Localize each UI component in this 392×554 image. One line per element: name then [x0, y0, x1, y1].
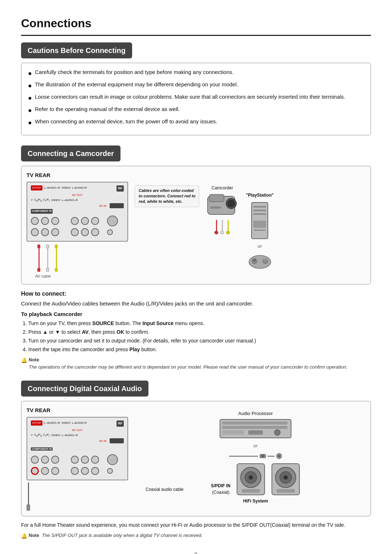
playback-steps-list: Turn on your TV, then press SOURCE butto… — [21, 320, 371, 353]
coaxial-body-text: For a full Home Theater sound experience… — [21, 521, 371, 529]
cable-annotation: Cables are often color-coded to connecto… — [135, 185, 199, 207]
tv-rear-label-camcorder: TV REAR — [26, 171, 366, 180]
audio-processor-label: Audio Processor — [238, 410, 273, 417]
svg-rect-26 — [248, 430, 263, 435]
cable-red — [37, 245, 40, 272]
svg-rect-9 — [253, 221, 266, 228]
c-port-10 — [71, 467, 79, 475]
av-cable-label: AV cable — [35, 273, 51, 279]
cautions-header: Cautions Before Connecting — [21, 42, 132, 58]
cam-cable-3 — [226, 220, 230, 234]
cam-cable-2 — [220, 220, 224, 234]
page-number: 9 — [21, 551, 371, 554]
port-circle-5 — [81, 217, 89, 225]
component-in-label-row-coaxial: COMPONENT IN — [31, 444, 124, 452]
spdif-label-coaxial: S/PDIF — [31, 420, 42, 426]
audio-lr-label: L–AUDIO–R — [44, 186, 60, 190]
bullet-icon: ● — [28, 93, 32, 103]
playstation-label: "PlayStation" — [246, 192, 274, 198]
svg-rect-1 — [209, 194, 224, 202]
camcorder-note-text: Note The operations of the camcorder may… — [29, 356, 347, 370]
port-circle-4 — [71, 217, 79, 225]
bullet-icon: ● — [28, 106, 32, 115]
svg-rect-25 — [222, 430, 244, 435]
rf-label: RF — [117, 185, 124, 192]
tv-rear-area: S/PDIF L–AUDIO–R VIDEO L-AUDIO-R RF AV O… — [26, 182, 128, 279]
spdif-label: S/PDIF — [31, 185, 42, 190]
gamepad-svg — [247, 252, 273, 270]
coaxial-panel-top-row: S/PDIF L–AUDIO–R VIDEO L-AUDIO-R RF — [31, 420, 124, 427]
caution-item-3: ● Loose connectors can result in image o… — [28, 93, 364, 103]
caution-item-4: ● Refer to the operating manual of the e… — [28, 105, 364, 115]
c-port-large — [107, 454, 118, 465]
audio-lr-label3: L–AUDIO–R — [62, 198, 78, 202]
coaxial-header: Connecting Digital Coaxial Audio — [21, 381, 148, 397]
spdif-vline — [28, 483, 29, 504]
port-circle-2 — [41, 217, 49, 225]
right-devices-area: Camcorder — [206, 182, 366, 270]
cb-pb-label: Cb/Pb — [34, 198, 42, 203]
bullet-icon: ● — [28, 81, 32, 91]
c-port-3 — [51, 456, 59, 464]
c-port-11 — [81, 467, 89, 475]
svg-point-19 — [266, 259, 267, 261]
coaxial-hline — [229, 456, 258, 457]
audio-lr-label2: L-AUDIO-R — [72, 186, 87, 190]
tv-rear-panel-camcorder: S/PDIF L–AUDIO–R VIDEO L-AUDIO-R RF AV O… — [26, 182, 128, 242]
camcorder-diagram-box: TV REAR S/PDIF L–AUDIO–R VIDEO L-AUDIO-R… — [21, 166, 371, 284]
svg-point-31 — [278, 455, 280, 457]
svg-rect-10 — [254, 230, 265, 231]
coaxial-right-area: Audio Processor or — [135, 406, 366, 493]
coaxial-ports-row-1 — [31, 454, 124, 465]
c-port-4 — [71, 456, 79, 464]
how-to-connect-text: Connect the Audio/Video cables between t… — [21, 300, 371, 308]
tv-rear-label-coaxial: TV REAR — [26, 406, 50, 415]
port-circle-12 — [91, 228, 99, 236]
cable-white — [46, 245, 49, 272]
component-in-label-row: COMPONENT IN — [31, 209, 124, 214]
port-circle-small — [107, 229, 113, 235]
coaxial-cable-label: Coaxial audio cable — [146, 486, 184, 493]
cam-cable-1 — [215, 220, 218, 234]
camcorder-label: Camcorder — [212, 185, 233, 191]
coaxial-note-icon: 🔔 — [21, 532, 27, 540]
ports-row-2 — [31, 228, 124, 236]
port-circle-1 — [31, 217, 39, 225]
cable-annotation-area: Cables are often color-coded to connecto… — [135, 182, 199, 207]
c-port-small — [107, 468, 113, 474]
playback-title: To playback Camcorder — [21, 310, 371, 319]
svg-point-14 — [253, 259, 254, 261]
playback-step-3: Turn on your camcorder and set it to out… — [28, 337, 371, 345]
coaxial-note-text: Note The S/PDIF OUT jack is available on… — [29, 532, 203, 539]
spdif-cable — [26, 483, 30, 511]
cautions-list: ● Carefully check the terminals for posi… — [28, 68, 364, 128]
bullet-icon: ● — [28, 69, 32, 78]
playstation-area: "PlayStation" or — [246, 185, 274, 270]
audio-lr-label-c2: L-AUDIO-R — [72, 421, 87, 425]
svg-point-3 — [228, 200, 234, 207]
spdif-port — [31, 467, 39, 475]
av-out-label: AV OUT — [31, 193, 124, 197]
audio-lr-label-c3: L–AUDIO–R — [62, 433, 78, 438]
coaxial-diagram-inner: TV REAR S/PDIF L–AUDIO–R VIDEO L-AUDIO-R… — [26, 406, 366, 511]
playstation-svg — [250, 201, 270, 241]
av-out-label-coaxial: AV OUT — [31, 428, 124, 432]
camcorder-cables — [215, 220, 230, 234]
caution-item-2: ● The illustration of the external equip… — [28, 81, 364, 91]
coaxial-diagram-box: TV REAR S/PDIF L–AUDIO–R VIDEO L-AUDIO-R… — [21, 401, 371, 516]
coaxial-cable-label-row: Coaxial audio cable — [146, 486, 366, 493]
cautions-box: ● Carefully check the terminals for posi… — [21, 63, 371, 135]
video-label-c2: VIDEO — [51, 433, 60, 438]
svg-rect-4 — [210, 206, 221, 209]
caution-item-5: ● When connecting an external device, tu… — [28, 118, 364, 128]
coaxial-left-area: TV REAR S/PDIF L–AUDIO–R VIDEO L-AUDIO-R… — [26, 406, 128, 511]
spdif-plug — [26, 504, 30, 511]
note-icon: 🔔 — [21, 357, 27, 364]
panel-top-row: S/PDIF L–AUDIO–R VIDEO L-AUDIO-R RF — [31, 185, 124, 192]
svg-point-15 — [255, 259, 256, 261]
coaxial-hline2 — [268, 456, 275, 457]
svg-point-27 — [274, 430, 280, 435]
cautions-section: Cautions Before Connecting ● Carefully c… — [21, 42, 371, 135]
av-in-label-coaxial: AV IN RS-232 — [31, 439, 124, 444]
video-label-c: VIDEO — [61, 421, 70, 425]
